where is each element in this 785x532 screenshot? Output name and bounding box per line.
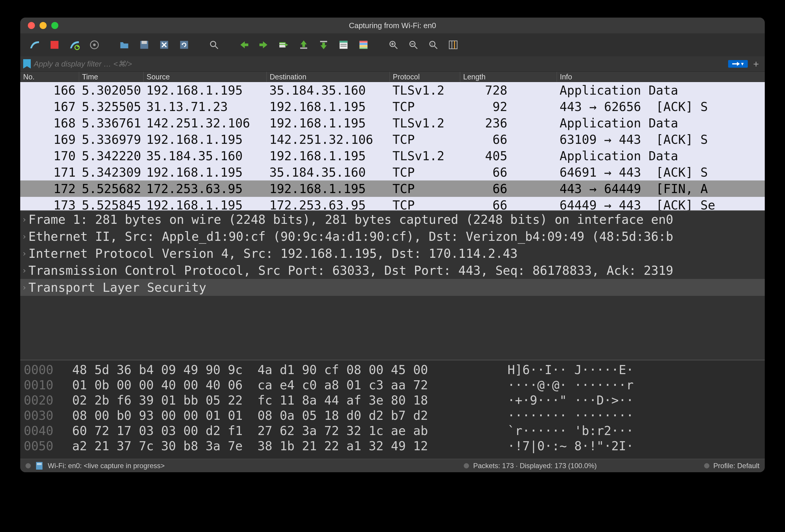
expand-icon[interactable]: › [20,215,28,224]
detail-tree-item[interactable]: ›Transport Layer Security [20,279,765,296]
column-header-source[interactable]: Source [143,72,267,82]
svg-rect-7 [180,41,188,49]
packet-bytes-pane[interactable]: 0000 48 5d 36 b4 09 49 90 9c 4a d1 90 cf… [20,360,765,459]
column-header-length[interactable]: Length [460,72,557,82]
hex-row[interactable]: 0020 02 2b f6 39 01 bb 05 22 fc 11 8a 44… [24,393,761,408]
capture-options-button[interactable] [85,36,103,53]
main-toolbar: 1 [20,33,765,56]
svg-line-32 [435,46,437,49]
maximize-button[interactable] [51,22,58,29]
start-capture-button[interactable] [25,36,44,53]
svg-line-25 [395,46,398,49]
zoom-reset-button[interactable]: 1 [424,36,442,53]
window-title: Capturing from Wi-Fi: en0 [20,21,765,30]
svg-rect-16 [340,41,348,43]
detail-tree-item[interactable]: ›Frame 1: 281 bytes on wire (2248 bits),… [20,211,765,228]
status-profile-label[interactable]: Profile: Default [713,462,760,470]
zoom-out-button[interactable] [404,36,423,53]
svg-rect-14 [320,41,327,43]
close-button[interactable] [28,22,35,29]
svg-point-1 [75,46,79,50]
expand-icon[interactable]: › [20,249,28,258]
svg-point-3 [93,44,96,46]
capture-file-icon[interactable] [36,462,43,470]
svg-point-8 [210,41,216,47]
status-bar: Wi-Fi: en0: <live capture in progress> P… [20,459,765,472]
display-filter-bar: ▾ + [20,56,765,72]
go-back-button[interactable] [235,36,253,53]
minimize-button[interactable] [40,22,47,29]
open-file-button[interactable] [115,36,133,53]
svg-rect-11 [279,42,285,43]
svg-text:1: 1 [431,42,433,46]
svg-rect-17 [340,44,347,45]
svg-rect-22 [360,46,368,47]
svg-rect-18 [340,46,347,47]
svg-rect-12 [279,44,285,45]
traffic-lights [20,22,58,29]
svg-rect-23 [360,48,368,49]
svg-rect-20 [360,41,368,43]
column-header-protocol[interactable]: Protocol [389,72,460,82]
hex-row[interactable]: 0030 08 00 b0 93 00 00 01 01 08 0a 05 18… [24,408,761,424]
find-packet-button[interactable] [205,36,223,53]
packet-list-header: No.TimeSourceDestinationProtocolLengthIn… [20,72,765,82]
save-file-button[interactable] [135,36,153,53]
detail-tree-item[interactable]: ›Ethernet II, Src: Apple_d1:90:cf (90:9c… [20,228,765,245]
zoom-in-button[interactable] [384,36,403,53]
packet-row[interactable]: 1685.336761142.251.32.106192.168.1.195TL… [20,115,765,131]
svg-rect-37 [36,462,43,470]
status-interface-label: Wi-Fi: en0: <live capture in progress> [48,462,165,470]
go-last-packet-button[interactable] [314,36,333,53]
svg-rect-38 [37,463,42,464]
packet-row[interactable]: 1675.32550531.13.71.23192.168.1.195TCP 9… [20,99,765,115]
display-filter-input[interactable] [34,59,725,69]
titlebar: Capturing from Wi-Fi: en0 [20,18,765,33]
svg-rect-0 [51,41,59,49]
detail-tree-item[interactable]: ›Internet Protocol Version 4, Src: 192.1… [20,245,765,262]
packet-row[interactable]: 1705.34222035.184.35.160192.168.1.195TLS… [20,148,765,164]
expand-icon[interactable]: › [20,266,28,275]
stop-capture-button[interactable] [46,36,64,53]
status-profile-icon [704,463,709,469]
column-header-no[interactable]: No. [20,72,79,82]
expand-icon[interactable]: › [20,232,28,241]
hex-row[interactable]: 0050 a2 21 37 7c 30 b8 3a 7e 38 1b 21 22… [24,439,761,454]
svg-rect-5 [142,41,147,44]
app-window: Capturing from Wi-Fi: en0 [20,18,765,472]
go-first-packet-button[interactable] [295,36,313,53]
column-header-info[interactable]: Info [557,72,759,82]
svg-rect-13 [300,48,307,49]
resize-columns-button[interactable] [444,36,462,53]
colorize-button[interactable] [354,36,373,53]
svg-rect-34 [449,41,457,49]
reload-file-button[interactable] [175,36,193,53]
detail-tree-item[interactable]: ›Transmission Control Protocol, Src Port… [20,262,765,279]
packet-list-pane[interactable]: 1665.302050192.168.1.19535.184.35.160TLS… [20,82,765,210]
go-to-packet-button[interactable] [275,36,293,53]
close-file-button[interactable] [155,36,173,53]
apply-filter-button[interactable]: ▾ [728,60,748,68]
expand-icon[interactable]: › [20,283,28,292]
svg-rect-39 [37,464,42,465]
packet-details-pane[interactable]: ›Frame 1: 281 bytes on wire (2248 bits),… [20,210,765,360]
packet-row[interactable]: 1725.525682172.253.63.95192.168.1.195TCP… [20,181,765,197]
restart-capture-button[interactable] [66,36,83,53]
column-header-destination[interactable]: Destination [267,72,389,82]
svg-rect-21 [360,43,368,45]
go-forward-button[interactable] [255,36,273,53]
packet-row[interactable]: 1735.525845192.168.1.195172.253.63.95TCP… [20,197,765,210]
packet-row[interactable]: 1665.302050192.168.1.19535.184.35.160TLS… [20,82,765,99]
filter-bookmark-icon[interactable] [23,59,31,69]
status-packets-label: Packets: 173 · Displayed: 173 (100.0%) [473,462,597,470]
packet-row[interactable]: 1715.342309192.168.1.19535.184.35.160TCP… [20,164,765,181]
status-mid-icon [464,463,469,469]
expert-info-icon[interactable] [25,463,31,469]
hex-row[interactable]: 0000 48 5d 36 b4 09 49 90 9c 4a d1 90 cf… [24,363,761,378]
packet-row[interactable]: 1695.336979192.168.1.195142.251.32.106TC… [20,131,765,148]
hex-row[interactable]: 0040 60 72 17 03 03 00 d2 f1 27 62 3a 72… [24,424,761,439]
column-header-time[interactable]: Time [79,72,143,82]
add-filter-button[interactable]: + [750,58,762,70]
hex-row[interactable]: 0010 01 0b 00 00 40 00 40 06 ca e4 c0 a8… [24,378,761,393]
auto-scroll-button[interactable] [334,36,353,53]
